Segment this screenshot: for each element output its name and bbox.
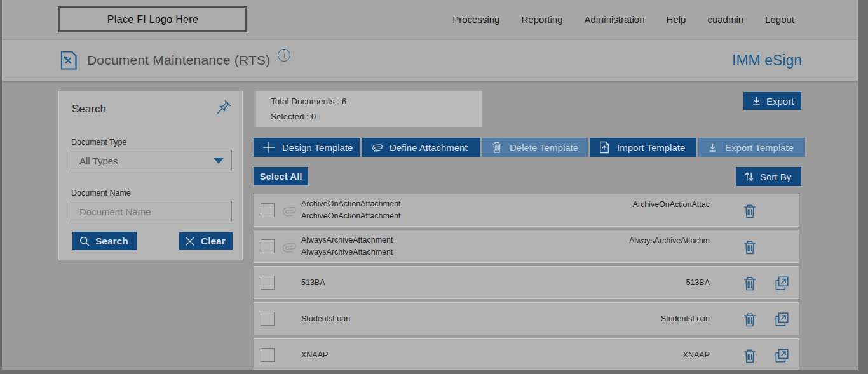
search-panel: Search Document Type All Types Document … [58,91,243,260]
document-name-label: Document Name [71,189,131,197]
document-display-name: XNAAP [683,339,710,370]
document-name: 513BA [301,277,325,289]
export-button-label: Export [766,96,794,107]
document-list: ArchiveOnActionAttachment ArchiveOnActio… [254,194,799,370]
delete-document-button[interactable] [743,239,759,255]
document-name: StudentsLoan [301,313,350,325]
import-icon [599,141,610,154]
total-documents-count: Total Documents : 6 [271,97,346,106]
chevron-down-icon [214,158,224,164]
sort-arrows-icon [743,171,755,182]
table-row: 513BA 513BA [254,266,799,299]
define-attachment-label: Define Attachment [390,142,468,153]
download-icon [751,96,762,107]
sort-by-label: Sort By [760,171,791,182]
design-template-button[interactable]: Design Template [254,138,360,157]
export-button[interactable]: Export [743,92,801,110]
document-name: AlwaysArchiveAttachment [301,234,393,246]
import-template-label: Import Template [617,142,685,153]
nav-item-reporting[interactable]: Reporting [521,14,562,25]
fi-logo-placeholder: Place FI Logo Here [58,6,247,32]
document-type-label: Document Type [71,138,126,147]
close-icon [184,236,196,247]
document-name: XNAAP [301,349,328,361]
search-button-label: Search [95,236,128,247]
document-display-name: AlwaysArchiveAttachm [629,230,710,262]
document-display-name: ArchiveOnActionAttac [632,194,710,226]
delete-template-label: Delete Template [510,142,578,153]
document-name-cell: 513BA [301,267,325,298]
row-checkbox[interactable] [261,239,275,253]
template-toolbar: Design Template Define Attachment Delete… [254,138,805,157]
search-button[interactable]: Search [72,232,137,250]
document-subname: AlwaysArchiveAttachment [301,246,393,258]
delete-document-button[interactable] [743,347,759,364]
search-panel-title: Search [72,103,106,116]
delete-document-button[interactable] [743,275,759,291]
document-name: ArchiveOnActionAttachment [301,198,400,210]
fi-logo-text: Place FI Logo Here [107,14,198,25]
document-display-name: StudentsLoan [661,303,710,335]
document-name-cell: XNAAP [301,339,328,370]
import-template-button[interactable]: Import Template [590,138,696,157]
nav-item-processing[interactable]: Processing [452,14,499,25]
select-all-label: Select All [260,171,302,182]
document-display-name: 513BA [686,267,710,298]
pin-icon[interactable] [215,99,232,116]
export-document-icon[interactable] [773,311,790,328]
app-window: Place FI Logo Here Processing Reporting … [2,0,858,370]
export-template-label: Export Template [725,142,794,153]
clear-button-label: Clear [201,236,226,247]
nav-item-logout[interactable]: Logout [765,14,794,25]
row-checkbox[interactable] [261,312,275,326]
delete-template-button[interactable]: Delete Template [482,138,588,157]
nav-item-administration[interactable]: Administration [585,14,645,25]
document-maintenance-icon [60,51,77,70]
document-name-input[interactable] [71,201,232,222]
document-type-select[interactable]: All Types [71,150,232,171]
summary-box: Total Documents : 6 Selected : 0 [254,91,482,127]
info-icon[interactable]: i [278,49,290,62]
row-checkbox[interactable] [261,276,275,290]
nav-item-help[interactable]: Help [667,14,686,25]
selected-count: Selected : 0 [271,112,316,121]
design-template-label: Design Template [282,142,353,153]
plus-icon [262,141,275,154]
delete-document-button[interactable] [743,311,759,328]
page-title: Document Maintenance (RTS) [87,53,270,68]
document-subname: ArchiveOnActionAttachment [301,210,400,222]
document-name-cell: ArchiveOnActionAttachment ArchiveOnActio… [301,194,400,226]
export-template-button[interactable]: Export Template [698,138,805,157]
select-all-button[interactable]: Select All [254,167,308,185]
sort-by-button[interactable]: Sort By [736,167,801,186]
table-row: ArchiveOnActionAttachment ArchiveOnActio… [254,194,799,227]
document-name-cell: StudentsLoan [301,303,350,335]
table-row: AlwaysArchiveAttachment AlwaysArchiveAtt… [254,230,799,263]
document-type-selected-value: All Types [79,156,118,166]
clear-button[interactable]: Clear [179,232,233,250]
nav-item-user-cuadmin[interactable]: cuadmin [707,14,743,25]
paperclip-icon [371,141,383,154]
trash-icon [491,141,503,154]
export-document-icon[interactable] [773,347,790,364]
document-name-cell: AlwaysArchiveAttachment AlwaysArchiveAtt… [301,230,393,262]
page-title-bar: Document Maintenance (RTS) i IMM eSign [2,40,858,81]
product-brand: IMM eSign [732,52,802,69]
paperclip-icon [281,239,296,255]
table-row: XNAAP XNAAP [254,338,799,370]
row-checkbox[interactable] [261,203,275,217]
row-checkbox[interactable] [261,348,275,362]
search-icon [79,236,90,247]
define-attachment-button[interactable]: Define Attachment [362,138,480,157]
table-row: StudentsLoan StudentsLoan [254,302,799,335]
paperclip-icon [281,203,296,219]
export-document-icon[interactable] [773,275,790,291]
top-navigation-bar: Place FI Logo Here Processing Reporting … [2,0,858,39]
delete-document-button[interactable] [743,203,759,219]
download-icon [707,142,718,153]
top-nav-menu: Processing Reporting Administration Help… [452,14,794,25]
